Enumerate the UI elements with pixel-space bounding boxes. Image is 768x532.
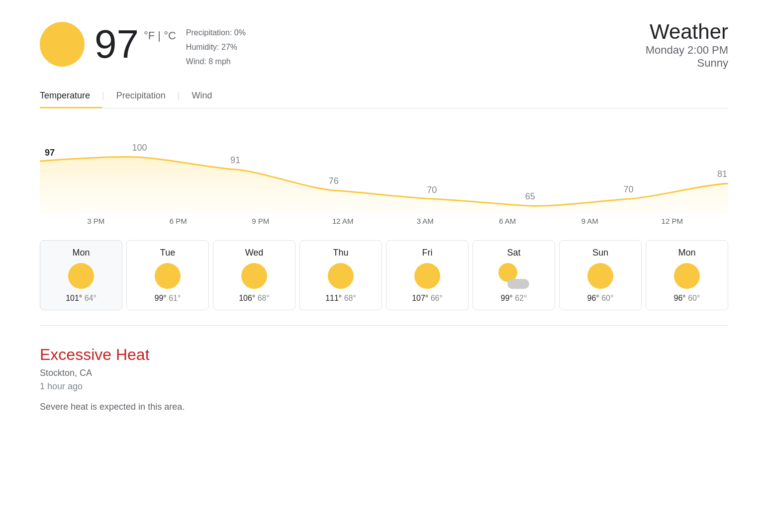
sun-icon-thu [328,263,354,289]
temp-unit: °F | °C [144,29,176,42]
day-icon-sun [587,263,613,289]
alert-title: Excessive Heat [40,346,728,364]
wind-detail: Wind: 8 mph [186,55,246,69]
day-card-tue[interactable]: Tue 99° 61° [126,240,209,310]
time-label-6: 9 AM [549,217,631,225]
day-temps-fri: 107° 66° [391,294,463,303]
humidity-detail: Humidity: 27% [186,40,246,55]
day-cards: Mon 101° 64° Tue 99° 61° Wed 106° 68° [40,240,728,310]
day-card-thu[interactable]: Thu 111° 68° [299,240,382,310]
day-temps-sat: 99° 62° [478,294,550,303]
day-card-sun[interactable]: Sun 96° 60° [559,240,642,310]
day-low-sun: 60° [601,294,613,302]
precipitation-detail: Precipitation: 0% [186,26,246,40]
day-icon-mon [68,263,94,289]
time-label-2: 9 PM [219,217,302,225]
day-icon-fri [414,263,440,289]
time-label-7: 12 PM [631,217,714,225]
time-label-0: 3 PM [55,217,137,225]
day-high-fri: 107° [412,294,428,302]
time-label-1: 6 PM [137,217,220,225]
sun-icon-wed [241,263,267,289]
day-icon-tue [155,263,181,289]
time-labels: 3 PM 6 PM 9 PM 12 AM 3 AM 6 AM 9 AM 12 P… [40,217,728,225]
time-label-3: 12 AM [302,217,384,225]
day-name-thu: Thu [305,248,377,258]
day-low-sat: 62° [515,294,527,302]
day-card-mon2[interactable]: Mon 96° 60° [646,240,728,310]
day-icon-sat [498,263,529,289]
day-high-wed: 106° [239,294,255,302]
chart-val-1: 100 [132,143,147,153]
cloud-icon-sat [507,279,529,289]
day-high-mon2: 96° [674,294,686,302]
sun-icon-sun [587,263,613,289]
day-icon-thu [328,263,354,289]
day-high-sat: 99° [501,294,513,302]
sun-icon-tue [155,263,181,289]
alert-time: 1 hour ago [40,381,728,392]
temperature-chart-svg: 97 100 91 76 70 65 70 81 [40,123,728,213]
chart-val-6: 70 [623,184,633,194]
tab-precipitation[interactable]: Precipitation [116,85,178,108]
day-name-fri: Fri [391,248,463,258]
day-card-mon[interactable]: Mon 101° 64° [40,240,122,310]
day-name-wed: Wed [218,248,290,258]
chart-container: 97 100 91 76 70 65 70 81 [40,123,728,213]
chart-val-3: 76 [329,176,339,186]
day-name-tue: Tue [132,248,203,258]
tab-temperature[interactable]: Temperature [40,85,102,108]
sun-icon-fri [414,263,440,289]
chart-val-0: 97 [45,148,55,158]
chart-val-4: 70 [427,185,437,195]
day-icon-wed [241,263,267,289]
day-temps-tue: 99° 61° [132,294,203,303]
day-temps-mon2: 96° 60° [651,294,723,303]
day-temps-wed: 106° 68° [218,294,290,303]
sun-icon-mon [68,263,94,289]
day-card-wed[interactable]: Wed 106° 68° [213,240,295,310]
day-card-sat[interactable]: Sat 99° 62° [473,240,555,310]
section-divider [40,325,728,326]
sun-icon [40,22,85,67]
day-low-mon: 64° [85,294,96,302]
chart-val-7: 81 [717,169,727,179]
day-high-mon: 101° [66,294,82,302]
weather-header: 97 °F | °C Precipitation: 0% Humidity: 2… [40,20,728,70]
weather-title: Weather [646,20,728,44]
day-name-sat: Sat [478,248,550,258]
day-name-mon: Mon [45,248,117,258]
day-icon-mon2 [674,263,700,289]
weather-info-right: Weather Monday 2:00 PM Sunny [646,20,728,70]
chart-tabs: Temperature | Precipitation | Wind [40,85,728,108]
current-temp: 97 [95,24,139,64]
day-low-wed: 68° [258,294,270,302]
weather-details: Precipitation: 0% Humidity: 27% Wind: 8 … [186,26,246,69]
current-weather: 97 °F | °C Precipitation: 0% Humidity: 2… [40,20,246,69]
day-low-tue: 61° [169,294,181,302]
day-high-thu: 111° [325,294,342,302]
day-low-fri: 66° [431,294,443,302]
day-temps-sun: 96° 60° [565,294,636,303]
temperature-block: 97 °F | °C [95,24,176,64]
chart-val-2: 91 [230,155,240,165]
day-name-mon2: Mon [651,248,723,258]
alert-section: Excessive Heat Stockton, CA 1 hour ago S… [40,341,728,417]
tab-wind[interactable]: Wind [192,85,224,108]
weather-date: Monday 2:00 PM [646,44,728,57]
day-high-sun: 96° [587,294,599,302]
day-low-thu: 68° [344,294,356,302]
day-low-mon2: 60° [688,294,700,302]
weather-condition: Sunny [646,57,728,70]
sun-icon-mon2 [674,263,700,289]
chart-val-5: 65 [525,191,535,201]
time-label-4: 3 AM [384,217,467,225]
alert-description: Severe heat is expected in this area. [40,402,728,412]
alert-location: Stockton, CA [40,368,728,378]
day-temps-mon: 101° 64° [45,294,117,303]
day-name-sun: Sun [565,248,636,258]
time-label-5: 6 AM [467,217,549,225]
temperature-chart-section: 97 100 91 76 70 65 70 81 3 PM 6 PM 9 PM … [40,123,728,225]
day-high-tue: 99° [155,294,167,302]
day-card-fri[interactable]: Fri 107° 66° [386,240,469,310]
